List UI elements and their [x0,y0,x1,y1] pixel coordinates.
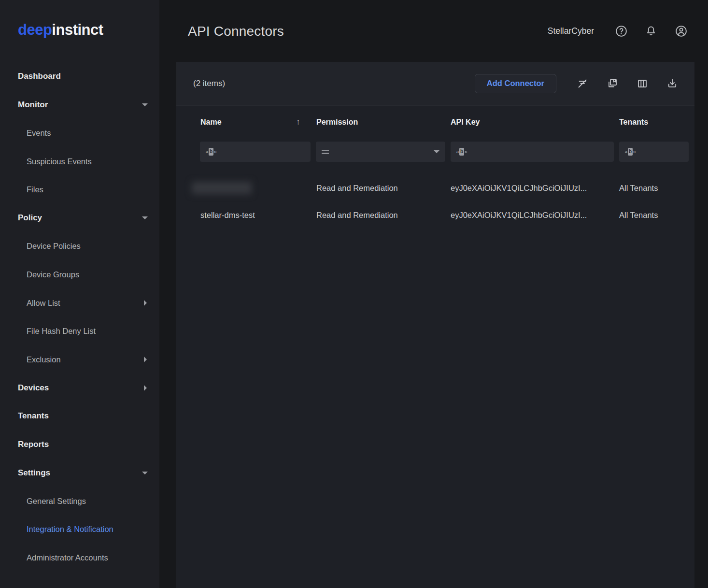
column-header-permission[interactable]: Permission [316,118,358,127]
cell-api-key: eyJ0eXAiOiJKV1QiLCJhbGciOiJIUzI... [451,211,615,220]
cell-api-key: eyJ0eXAiOiJKV1QiLCJhbGciOiJIUzI... [451,184,615,193]
text-filter-icon: abc [456,148,467,156]
sidebar-item-files[interactable]: Files [0,175,159,204]
sidebar-item-general-settings[interactable]: General Settings [0,487,159,516]
header-actions: StellarCyber [548,25,688,38]
chevron-down-icon [142,216,148,219]
grid-toolbar: (2 items) Add Connector [176,62,694,105]
download-icon[interactable] [666,78,678,89]
cell-tenants: All Tenants [619,184,692,193]
sidebar-item-monitor[interactable]: Monitor [0,91,159,119]
account-icon[interactable] [674,25,688,38]
sidebar-item-devices[interactable]: Devices [0,374,159,402]
chevron-down-icon [142,103,148,106]
items-count: (2 items) [193,79,225,88]
cell-permission: Read and Remediation [316,211,447,220]
permission-filter-select[interactable] [316,142,445,162]
sidebar-item-policy[interactable]: Policy [0,204,159,232]
add-connector-button[interactable]: Add Connector [475,74,556,93]
tenants-filter-input[interactable]: abc [619,142,689,162]
api-connectors-panel: (2 items) Add Connector [176,62,694,588]
cell-tenants: All Tenants [619,211,692,220]
saved-views-icon[interactable] [607,78,618,89]
api-key-filter-input[interactable]: abc [451,142,614,162]
column-header-name[interactable]: Name ↑ [200,118,222,127]
dropdown-caret-icon [434,150,439,153]
chevron-down-icon [142,472,148,474]
sidebar-item-events[interactable]: Events [0,119,159,147]
page-title: API Connectors [188,24,284,39]
logo-instinct: instinct [52,21,103,38]
cell-permission: Read and Remediation [316,184,447,193]
sidebar-item-file-hash-deny-list[interactable]: File Hash Deny List [0,317,159,345]
sidebar-item-device-policies[interactable]: Device Policies [0,232,159,261]
sidebar-item-exclusion[interactable]: Exclusion [0,345,159,374]
table-row[interactable]: stellar-dms-test Read and Remediation ey… [176,201,694,229]
sidebar-item-tenants[interactable]: Tenants [0,402,159,430]
chevron-right-icon [144,300,147,306]
cell-name: stellar-dms-test [200,211,312,220]
notifications-icon[interactable] [644,25,658,38]
sidebar-item-suspicious-events[interactable]: Suspicious Events [0,147,159,176]
sidebar-item-settings[interactable]: Settings [0,459,159,487]
filter-off-icon[interactable] [577,78,588,89]
logo-deep: deep [18,21,52,38]
sort-ascending-icon: ↑ [296,117,300,127]
table-row[interactable]: Read and Remediation eyJ0eXAiOiJKV1QiLCJ… [176,174,694,201]
grid-rows: Read and Remediation eyJ0eXAiOiJKV1QiLCJ… [176,174,694,229]
sidebar-nav: Dashboard Monitor Events Suspicious Even… [0,62,159,572]
sidebar-item-device-groups[interactable]: Device Groups [0,260,159,289]
tenant-scope-label[interactable]: StellarCyber [548,26,594,36]
sidebar-item-administrator-accounts[interactable]: Administrator Accounts [0,544,159,572]
text-filter-icon: abc [625,148,636,156]
sidebar-item-reports[interactable]: Reports [0,430,159,459]
equals-filter-icon [322,150,329,154]
sidebar-item-integration-notification[interactable]: Integration & Notification [0,516,159,544]
sidebar-item-dashboard[interactable]: Dashboard [0,62,159,91]
chevron-right-icon [144,357,147,362]
column-header-api-key[interactable]: API Key [451,118,480,127]
sidebar: deepinstinct Dashboard Monitor Events Su… [0,0,159,588]
text-filter-icon: abc [206,148,216,156]
top-header: API Connectors StellarCyber [159,0,708,62]
sidebar-item-allow-list[interactable]: Allow List [0,289,159,317]
help-icon[interactable] [614,25,628,38]
column-header-tenants[interactable]: Tenants [619,118,648,127]
name-filter-input[interactable]: abc [200,142,311,162]
cell-name-redacted [200,182,312,194]
chevron-right-icon [144,385,147,391]
columns-icon[interactable] [637,78,648,89]
redacted-name-blur [192,182,252,194]
deep-instinct-logo: deepinstinct [18,21,103,39]
toolbar-actions: Add Connector [475,74,678,93]
